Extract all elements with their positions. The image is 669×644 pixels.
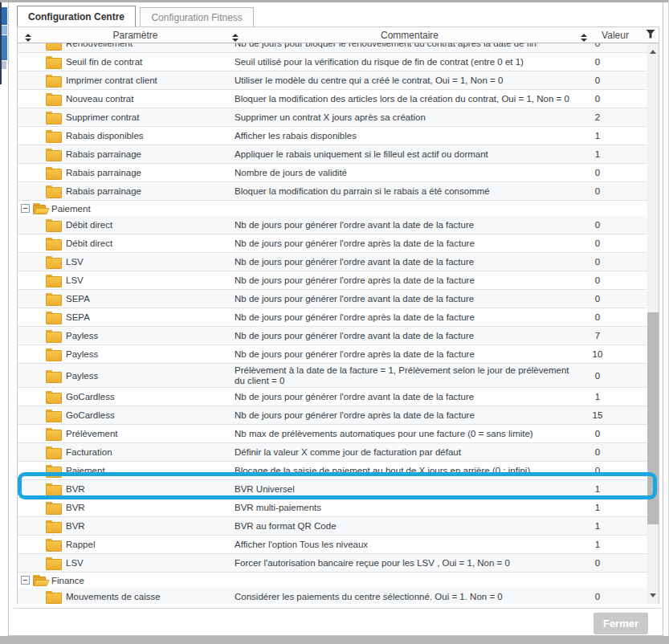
vertical-scrollbar[interactable] bbox=[647, 43, 659, 604]
background-window-fragment bbox=[2, 61, 6, 69]
table-rows: Renouvellement Nb de jours pour bloquer … bbox=[18, 43, 647, 604]
table-row[interactable]: SEPA Nb de jours pour générer l'ordre ap… bbox=[18, 308, 647, 327]
table-row[interactable]: Payless Nb de jours pour générer l'ordre… bbox=[18, 327, 647, 345]
folder-icon bbox=[46, 112, 60, 123]
window-bottom-edge bbox=[0, 636, 669, 644]
table-row[interactable]: Rabais disponibles Afficher les rabais d… bbox=[18, 127, 647, 145]
table-row[interactable]: Rabais parrainage Bloquer la modificatio… bbox=[18, 182, 647, 201]
table-row[interactable]: Rappel Afficher l'option Tous les niveau… bbox=[18, 536, 647, 554]
param-label: Rabais parrainage bbox=[66, 186, 141, 196]
open-folder-icon bbox=[33, 575, 48, 586]
value-label: 0 bbox=[578, 312, 617, 322]
value-label: 0 bbox=[578, 238, 617, 248]
table-row[interactable]: Payless Nb de jours pour générer l'ordre… bbox=[18, 345, 647, 364]
param-label: Rabais disponibles bbox=[66, 131, 144, 141]
sort-icon[interactable] bbox=[581, 34, 587, 42]
table-row[interactable]: Imprimer contrat client Utiliser le modè… bbox=[18, 71, 647, 90]
param-label: Payless bbox=[66, 331, 98, 340]
folder-icon bbox=[46, 219, 60, 230]
param-label: SEPA bbox=[66, 312, 90, 322]
folder-icon bbox=[46, 428, 60, 439]
scroll-up-icon[interactable] bbox=[647, 46, 659, 58]
value-label: 0 bbox=[578, 57, 617, 67]
folder-icon bbox=[46, 330, 60, 341]
folder-icon bbox=[46, 557, 60, 569]
folder-icon bbox=[46, 256, 60, 267]
table-row[interactable]: Débit direct Nb de jours pour générer l'… bbox=[18, 234, 647, 253]
table-row-bvr-universel[interactable]: BVR BVR Universel 1 bbox=[18, 480, 647, 499]
table-row[interactable]: Supprimer contrat Supprimer un contrat X… bbox=[18, 108, 647, 127]
value-label: 10 bbox=[578, 349, 617, 359]
scrollbar-thumb[interactable] bbox=[647, 312, 659, 524]
table-row[interactable]: Rabais parrainage Nombre de jours de val… bbox=[18, 164, 647, 182]
param-label: Rappel bbox=[66, 540, 95, 549]
folder-icon bbox=[46, 520, 60, 532]
table-row[interactable]: LSV Nb de jours pour générer l'ordre ava… bbox=[18, 253, 647, 271]
value-label: 0 bbox=[578, 447, 617, 457]
scroll-down-icon[interactable] bbox=[647, 589, 659, 601]
table-row[interactable]: Nouveau contrat Bloquer la modification … bbox=[18, 90, 647, 108]
value-label: 2 bbox=[578, 112, 617, 122]
filter-funnel-icon[interactable] bbox=[646, 30, 655, 39]
value-label: 0 bbox=[578, 275, 617, 285]
folder-icon bbox=[46, 391, 60, 402]
background-window-fragment bbox=[2, 35, 7, 60]
table-row[interactable]: BVR BVR au format QR Code 1 bbox=[18, 517, 647, 536]
value-label: 1 bbox=[578, 521, 617, 531]
table-row[interactable]: Facturation Définir la valeur X comme jo… bbox=[18, 443, 647, 462]
param-label: SEPA bbox=[66, 294, 90, 304]
table-row[interactable]: Prélèvement Nb max de prélèvements autom… bbox=[18, 425, 647, 443]
table-row[interactable]: Mouvements de caisse Considérer les paie… bbox=[18, 588, 647, 604]
column-header-commentaire[interactable]: Commentaire bbox=[239, 30, 581, 41]
comment-label: Considérer les paiements du centre sélec… bbox=[235, 592, 577, 602]
close-button[interactable]: Fermer bbox=[594, 613, 648, 634]
table-row[interactable]: GoCardless Nb de jours pour générer l'or… bbox=[18, 406, 647, 425]
folder-icon bbox=[46, 348, 60, 360]
comment-label: Nb de jours pour bloquer le renouvelleme… bbox=[235, 43, 577, 49]
param-label: Seuil fin de contrat bbox=[66, 57, 142, 67]
comment-label: Appliquer le rabais uniquement si le fil… bbox=[235, 149, 577, 160]
collapse-minus-icon[interactable] bbox=[21, 204, 30, 213]
folder-icon bbox=[46, 56, 60, 67]
table-row[interactable]: SEPA Nb de jours pour générer l'ordre av… bbox=[18, 290, 647, 308]
table-row[interactable]: Payless Prélèvement à la date de la fact… bbox=[18, 364, 647, 388]
param-label: Nouveau contrat bbox=[66, 94, 133, 104]
panel-divider bbox=[14, 608, 661, 609]
folder-icon bbox=[46, 93, 60, 104]
background-window-fragment bbox=[2, 26, 7, 35]
table-row[interactable]: Paiement Blocage de la saisie de paiemen… bbox=[18, 462, 647, 480]
column-header-parametre[interactable]: Paramètre bbox=[39, 30, 232, 41]
table-row[interactable]: LSV Forcer l'autorisation bancaire reçue… bbox=[18, 554, 647, 573]
sort-icon[interactable] bbox=[25, 34, 31, 42]
table-row[interactable]: Rabais parrainage Appliquer le rabais un… bbox=[18, 145, 647, 164]
tab-configuration-centre[interactable]: Configuration Centre bbox=[17, 6, 136, 28]
group-row-paiement[interactable]: Paiement bbox=[18, 201, 647, 216]
comment-label: Bloquer la modification du parrain si le… bbox=[235, 186, 577, 197]
value-label: 0 bbox=[578, 220, 617, 230]
value-label: 1 bbox=[578, 392, 617, 401]
table-row[interactable]: Renouvellement Nb de jours pour bloquer … bbox=[18, 43, 647, 53]
group-row-finance[interactable]: Finance bbox=[18, 573, 647, 588]
comment-label: Afficher les rabais disponibles bbox=[235, 131, 577, 141]
param-label: Payless bbox=[66, 349, 98, 359]
sort-icon[interactable] bbox=[232, 34, 239, 42]
table-row[interactable]: LSV Nb de jours pour générer l'ordre apr… bbox=[18, 271, 647, 290]
tab-configuration-fitness[interactable]: Configuration Fitness bbox=[140, 7, 253, 28]
param-label: Rabais parrainage bbox=[66, 149, 141, 159]
comment-label: Nb de jours pour générer l'ordre avant l… bbox=[235, 220, 577, 230]
param-label: GoCardless bbox=[66, 392, 115, 401]
comment-label: Prélèvement à la date de la facture = 1,… bbox=[235, 365, 577, 386]
comment-label: Nombre de jours de validité bbox=[235, 168, 577, 178]
comment-label: Nb de jours pour générer l'ordre avant l… bbox=[235, 392, 577, 402]
param-label: LSV bbox=[66, 257, 84, 267]
comment-label: Nb de jours pour générer l'ordre après l… bbox=[235, 312, 577, 323]
table-row[interactable]: GoCardless Nb de jours pour générer l'or… bbox=[18, 388, 647, 406]
table-row[interactable]: BVR BVR multi-paiements 1 bbox=[18, 499, 647, 517]
folder-icon bbox=[46, 75, 60, 86]
table-row[interactable]: Seuil fin de contrat Seuil utilisé pour … bbox=[18, 53, 647, 71]
collapse-minus-icon[interactable] bbox=[21, 576, 30, 585]
value-label: 1 bbox=[578, 503, 617, 512]
param-label: Imprimer contrat client bbox=[66, 75, 157, 85]
column-header-valeur[interactable]: Valeur bbox=[587, 30, 643, 41]
table-row[interactable]: Débit direct Nb de jours pour générer l'… bbox=[18, 216, 647, 234]
